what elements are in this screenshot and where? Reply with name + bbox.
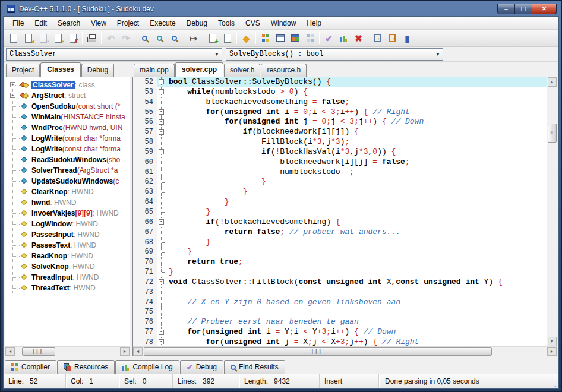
fold-collapse-icon[interactable]: - [159, 119, 164, 125]
find-button[interactable] [137, 31, 152, 45]
code-line[interactable]: 66- if(!blockachievedsomething) { [133, 217, 547, 227]
code-line[interactable]: 57- if(blockneedwork[i][j]) { [133, 127, 547, 137]
code-line[interactable]: 69 } [133, 247, 547, 257]
close-file-button[interactable]: ✗ [65, 31, 80, 45]
tree-item-logwindow[interactable]: LogWindow : HWND [8, 219, 130, 229]
expand-icon[interactable]: + [10, 82, 15, 87]
fold-marker[interactable]: - [157, 127, 166, 137]
open-file-button[interactable]: ◂ [21, 31, 36, 45]
code-line[interactable]: 73 [133, 287, 547, 298]
tab-resource-h[interactable]: resource.h [261, 64, 307, 77]
code-line[interactable]: 71} [133, 267, 547, 277]
tab-project[interactable]: Project [6, 64, 40, 77]
menu-project[interactable]: Project [112, 17, 144, 29]
fold-marker[interactable]: - [157, 337, 166, 346]
code-line[interactable]: 70 return true; [133, 257, 547, 267]
tree-item-solveknop[interactable]: SolveKnop : HWND [8, 261, 130, 272]
code-line[interactable]: 59- if(!BlockHasVal(i*3,j*3,0)) { [133, 147, 547, 157]
title-bar[interactable]: Dev-C++ 5.1.1.0 - [ Sudoku ] - Sudoku.de… [3, 1, 559, 16]
view-floating-window-button[interactable] [273, 31, 288, 45]
find-in-files-button[interactable] [152, 31, 167, 45]
tree-item-argstruct[interactable]: +ArgStruct : struct [8, 90, 130, 101]
tree-item-threadtext[interactable]: ThreadText : HWND [8, 283, 130, 293]
scrollbar-thumb[interactable]: ▎▎▎ [144, 347, 492, 356]
fold-marker[interactable]: - [157, 217, 166, 227]
view-toolbars-button[interactable] [302, 31, 317, 45]
tab-solver-h[interactable]: solver.h [224, 64, 260, 77]
fold-collapse-icon[interactable]: - [159, 109, 164, 115]
syntax-check-button[interactable]: ✔ [321, 31, 336, 45]
tab-main-cpp[interactable]: main.cpp [134, 64, 175, 77]
scroll-right-icon[interactable]: ► [547, 347, 557, 356]
scrollbar-thumb[interactable]: ≡ [548, 124, 557, 143]
replace-button[interactable] [167, 31, 182, 45]
tree-item-logwrite[interactable]: LogWrite (const char *forma [8, 144, 130, 154]
run-button[interactable]: → [385, 31, 400, 45]
code-line[interactable]: 56- for(unsigned int j = 0;j < 3;j++) { … [133, 117, 547, 127]
view-report-window-button[interactable] [288, 31, 302, 45]
fold-marker[interactable]: - [157, 147, 166, 157]
code-line[interactable]: 60 blockneedwork[i][j] = false; [133, 157, 547, 167]
tree-item-clearknop[interactable]: ClearKnop : HWND [8, 186, 130, 197]
minimize-button[interactable]: – [497, 4, 515, 14]
code-line[interactable]: 75 [133, 307, 547, 317]
tree-horizontal-scrollbar[interactable]: ◄ ▎▎▎ ► [5, 346, 130, 356]
print-button[interactable] [84, 31, 99, 45]
save-all-button[interactable]: ▪ [50, 31, 65, 45]
menu-file[interactable]: File [7, 17, 29, 29]
scroll-left-icon[interactable]: ◄ [5, 347, 15, 356]
add-unit-button[interactable]: + [205, 31, 220, 45]
menu-window[interactable]: Window [266, 17, 302, 29]
fold-marker[interactable]: - [157, 277, 166, 287]
scroll-left-icon[interactable]: ◄ [133, 347, 143, 356]
close-button[interactable]: ✕ [532, 4, 557, 14]
code-line[interactable]: 78- for(unsigned int j = X;j < X+3;j++) … [133, 337, 547, 346]
package-manager-button[interactable]: ◆ [239, 31, 254, 45]
tab-debug[interactable]: ✔Debug [180, 360, 223, 374]
new-file-button[interactable] [6, 31, 21, 45]
scroll-down-icon[interactable]: ▼ [548, 337, 557, 346]
tree-item-winmain[interactable]: WinMain (HINSTANCE hInsta [8, 112, 130, 122]
chevron-down-icon[interactable]: ▼ [212, 52, 222, 57]
code-line[interactable]: 58 FillBlock(i*3,j*3); [133, 137, 547, 147]
abort-button[interactable]: ✖ [351, 31, 366, 45]
class-combo[interactable]: ClassSolver ▼ [6, 48, 222, 61]
menu-cvs[interactable]: CVS [240, 17, 266, 29]
chevron-down-icon[interactable]: ▼ [433, 52, 443, 57]
fold-collapse-icon[interactable]: - [159, 219, 164, 225]
code-line[interactable]: 76 // Probeer eerst naar beneden te gaan [133, 317, 547, 327]
fold-collapse-icon[interactable]: - [159, 149, 164, 154]
fold-collapse-icon[interactable]: - [159, 339, 164, 344]
menu-view[interactable]: View [86, 17, 112, 29]
menu-edit[interactable]: Edit [29, 17, 52, 29]
menu-debug[interactable]: Debug [181, 17, 213, 29]
menu-help[interactable]: Help [301, 17, 327, 29]
tab-resources[interactable]: Resources [57, 360, 115, 374]
code-line[interactable]: 52-bool ClassSolver::SolveByBlocks() { [133, 77, 547, 87]
code-line[interactable]: 54 blockachievedsomething = false; [133, 97, 547, 108]
fold-marker[interactable]: - [157, 327, 166, 337]
code-line[interactable]: 72-void ClassSolver::FillBlock(const uns… [133, 277, 547, 287]
scrollbar-thumb[interactable]: ▎▎▎ [22, 347, 55, 356]
fold-marker[interactable]: - [157, 108, 166, 118]
code-line[interactable]: 65 } [133, 207, 547, 217]
code-line[interactable]: 53- while(numblockstodo > 0) { [133, 87, 547, 97]
expand-icon[interactable]: + [10, 93, 15, 98]
tab-solver-cpp[interactable]: solver.cpp [175, 62, 223, 77]
scroll-up-icon[interactable]: ▲ [548, 77, 557, 87]
compile-run-button[interactable]: ▮ [400, 31, 415, 45]
tree-item-logwrite[interactable]: LogWrite (const char *forma [8, 133, 130, 144]
fold-marker[interactable]: - [157, 77, 166, 87]
goto-line-button[interactable]: ↦ [186, 31, 201, 45]
fold-collapse-icon[interactable]: - [159, 89, 164, 94]
view-project-explorer-button[interactable] [258, 31, 273, 45]
tree-item-updatesudokuwindows[interactable]: UpdateSudokuWindows (c [8, 176, 130, 186]
code-line[interactable]: 55- for(unsigned int i = 0;i < 3;i++) { … [133, 108, 547, 118]
code-line[interactable]: 64 } [133, 197, 547, 207]
tree-item-invoervakjes[interactable]: InvoerVakjes[9][9] : HWND [8, 208, 130, 219]
compile-button[interactable]: → [370, 31, 385, 45]
remove-unit-button[interactable]: ← [220, 31, 235, 45]
code-line[interactable]: 77- for(unsigned int i = Y;i < Y+3;i++) … [133, 327, 547, 337]
code-editor[interactable]: 52-bool ClassSolver::SolveByBlocks() {53… [133, 77, 547, 346]
fold-collapse-icon[interactable]: - [159, 330, 164, 335]
